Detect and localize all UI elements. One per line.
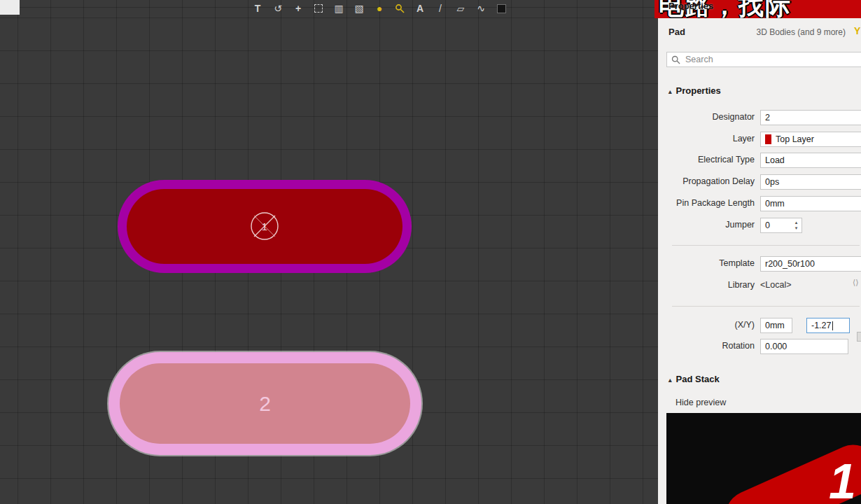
section-pad-stack-label: Pad Stack [676, 374, 720, 384]
text-caret [832, 321, 833, 330]
field-row-designator: Designator 2 [658, 110, 861, 125]
x-coordinate-value: 0mm [765, 321, 785, 330]
designator-input[interactable]: 2 [760, 110, 861, 125]
layer-value: Top Layer [776, 134, 814, 144]
section-pad-stack[interactable]: ▴Pad Stack [668, 374, 720, 384]
library-value: <Local> [760, 280, 791, 290]
string-tool-icon[interactable]: A [413, 1, 427, 15]
filter-icon[interactable]: Y [854, 25, 860, 36]
drawing-toolbar: T ↺ + ▥ ▧ ● A / ▱ ∿ [251, 1, 508, 16]
template-value: r200_50r100 [765, 259, 815, 269]
separator [672, 245, 860, 246]
field-row-electrical-type: Electrical Type Load [658, 153, 861, 168]
pin-package-length-input[interactable]: 0mm [760, 196, 861, 211]
propagation-delay-value: 0ps [765, 177, 779, 187]
preview-pad-designator: 1 [829, 454, 856, 504]
crossed-circle-icon [248, 210, 281, 242]
propagation-delay-label: Propagation Delay [658, 176, 755, 186]
object-header-row: Pad 3D Bodies (and 9 more) Y [658, 25, 861, 38]
window-corner-fragment [0, 0, 20, 15]
dashed-square-glyph [314, 4, 323, 13]
template-dropdown[interactable]: r200_50r100 [760, 256, 861, 272]
collapse-icon: ▴ [668, 377, 672, 384]
section-properties-label: Properties [676, 85, 721, 96]
line-tool-icon[interactable]: / [433, 1, 447, 15]
graph-tool-icon[interactable]: ∿ [474, 1, 488, 15]
pad-array-tool-icon[interactable]: ▥ [332, 1, 346, 15]
rotate-tool-icon[interactable]: ↺ [271, 1, 285, 15]
xy-label: (X/Y) [658, 320, 755, 330]
via-tool-icon[interactable]: ● [372, 1, 386, 15]
pin-package-length-label: Pin Package Length [658, 198, 755, 208]
polygon-tool-icon[interactable]: ▱ [454, 1, 468, 15]
jumper-value: 0 [765, 220, 770, 230]
properties-panel: Properties Pad 3D Bodies (and 9 more) Y … [658, 0, 861, 504]
collapse-icon: ▴ [668, 88, 672, 95]
plane-tool-icon[interactable] [494, 1, 508, 15]
jumper-label: Jumper [658, 220, 755, 230]
field-row-xy: (X/Y) 0mm -1.27 [658, 318, 861, 333]
layer-dropdown[interactable]: Top Layer [760, 132, 861, 147]
field-row-rotation: Rotation 0.000 [658, 339, 861, 354]
rotation-input[interactable]: 0.000 [760, 339, 848, 354]
app-window: T ↺ + ▥ ▧ ● A / ▱ ∿ 1 [0, 0, 861, 504]
separator [672, 306, 860, 307]
field-row-layer: Layer Top Layer [658, 132, 861, 147]
library-browse-icon[interactable]: ⟨⟩ [853, 278, 861, 289]
electrical-type-dropdown[interactable]: Load [760, 153, 861, 168]
search-icon [671, 55, 680, 64]
layer-color-swatch [765, 134, 771, 144]
rotation-value: 0.000 [765, 342, 787, 351]
electrical-type-label: Electrical Type [658, 155, 755, 164]
jumper-spinner[interactable]: 0 ▴▾ [760, 218, 802, 233]
object-type-label: Pad [668, 27, 685, 37]
pin-tool-icon[interactable] [393, 1, 407, 15]
pin-package-length-value: 0mm [765, 199, 785, 209]
text-tool-icon[interactable]: T [251, 1, 265, 15]
pad-1-origin-marker: 1 [248, 210, 281, 242]
electrical-type-value: Load [765, 155, 785, 165]
y-coordinate-input[interactable]: -1.27 [806, 318, 850, 333]
field-row-pin-package-length: Pin Package Length 0mm [658, 196, 861, 211]
add-tool-icon[interactable]: + [291, 1, 305, 15]
layer-label: Layer [658, 134, 755, 144]
section-properties[interactable]: ▴Properties [668, 85, 721, 96]
filled-square-glyph [497, 4, 506, 13]
pin-glyph [394, 3, 405, 14]
rotation-label: Rotation [658, 341, 755, 351]
designator-label: Designator [658, 112, 755, 122]
designator-value: 2 [765, 113, 770, 122]
y-coordinate-value: -1.27 [811, 321, 832, 330]
x-coordinate-input[interactable]: 0mm [760, 318, 792, 333]
search-placeholder: Search [685, 55, 713, 64]
field-row-propagation-delay: Propagation Delay 0ps [658, 174, 861, 190]
pad-stack-preview: 1 [666, 413, 861, 504]
template-label: Template [658, 258, 755, 268]
spinner-arrows-icon[interactable]: ▴▾ [792, 218, 801, 232]
field-row-template: Template r200_50r100 [658, 256, 861, 272]
scope-dropdown[interactable]: 3D Bodies (and 9 more) [734, 27, 846, 37]
field-row-jumper: Jumper 0 ▴▾ [658, 218, 861, 233]
propagation-delay-input[interactable]: 0ps [760, 174, 861, 190]
search-input[interactable]: Search [666, 52, 861, 67]
hide-preview-link[interactable]: Hide preview [676, 398, 726, 407]
field-row-library: Library <Local> [658, 278, 861, 293]
paint-tool-icon[interactable]: ▧ [352, 1, 366, 15]
pad-2-designator: 2 [108, 352, 421, 455]
pcb-canvas[interactable]: T ↺ + ▥ ▧ ● A / ▱ ∿ 1 [0, 0, 658, 504]
panel-title: Properties [668, 1, 713, 11]
library-label: Library [658, 280, 755, 290]
selection-box-tool-icon[interactable] [312, 1, 326, 15]
